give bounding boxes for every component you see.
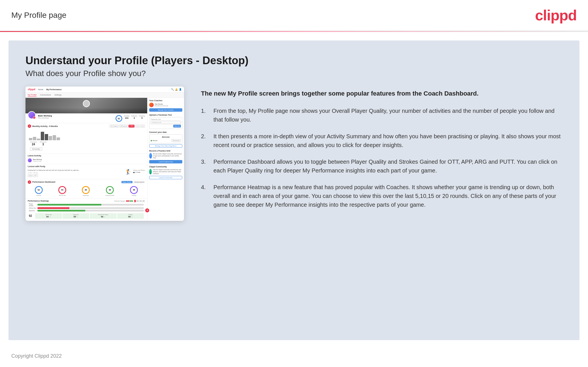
- mockup-hm-ott-value: 90 ▼: [36, 215, 61, 218]
- mockup-ring-app-label: Approach: [82, 195, 90, 196]
- logo: clippd: [535, 7, 577, 24]
- mockup-lesson-media: Videos and Photos 📷 1 Image: [133, 169, 145, 173]
- mockup-screenshot: clippd Home My Performance 🔍 🔔 👤 My Prof…: [25, 87, 184, 221]
- mockup-quality-ring: 92: [116, 115, 122, 122]
- sub-heading: What does your Profile show you?: [25, 69, 563, 78]
- list-item-4: 4. Performance Heatmap is a new feature …: [201, 183, 563, 209]
- mockup-ring-overall: 92 Overall: [35, 186, 43, 196]
- mockup-community-content: Visit the Clippd Community and discover …: [149, 169, 182, 175]
- mockup-connect-section: Connect your data Arccos Arccos Disconne…: [149, 131, 182, 148]
- mockup-community-section: Clippd Community Visit the Clippd Commun…: [149, 166, 182, 179]
- all-activities-label: All Activities: [30, 147, 42, 151]
- list-number-1: 1.: [201, 107, 209, 124]
- mockup-arccos-box: Arccos Arccos Disconnect: [149, 134, 182, 143]
- mockup-ring-overall-label: Overall: [35, 195, 43, 196]
- mockup-hm-app: Approach 85 ▼: [63, 213, 89, 219]
- mockup-connected-row: Arccos Disconnect: [151, 139, 181, 142]
- page-title: My Profile page: [11, 11, 67, 20]
- heatmap-label-ott: Off the Tee: [29, 207, 37, 209]
- mockup-round-10: 10: [136, 200, 139, 202]
- heatmap-bar-overall-container: [37, 204, 144, 206]
- mockup-course-stats: On Course 24 Off Course 3: [28, 140, 145, 147]
- mockup-sub-nav-settings: Settings: [54, 93, 61, 97]
- chart-bar-6: [49, 136, 52, 140]
- mockup-activity-description: Blair McHargCaptured app: [33, 159, 42, 162]
- mockup-ring-ott: 90 Off the Tee: [58, 186, 66, 196]
- mockup-hero: [25, 98, 147, 113]
- heatmap-bar-ott-neutral: [69, 207, 144, 209]
- mockup-coach-avatar: [149, 103, 154, 107]
- main-heading: Understand your Profile (Players - Deskt…: [25, 55, 563, 67]
- two-col-layout: clippd Home My Performance 🔍 🔔 👤 My Prof…: [25, 87, 563, 221]
- mockup-drill-text: Be one of the Clippd Community and track…: [153, 153, 182, 159]
- mockup-all-activities-btn: All Activities: [28, 147, 145, 151]
- mockup-nav-home: Home: [38, 88, 44, 90]
- mockup-connect-title: Connect your data: [149, 131, 182, 133]
- mockup-ring-putt-label: Putting: [130, 195, 138, 196]
- mockup-right-panel: Your Coaches Dan Davies Barnehurst Golf …: [147, 98, 184, 221]
- mockup-toggle-strokes-gained: Strokes gained: [133, 181, 145, 183]
- mockup-stat-followers: Followers 3: [131, 115, 137, 122]
- mockup-nav-my-performance: My Performance: [46, 88, 61, 90]
- mockup-latest-activity: Latest Activity Blair McHargCaptured app: [25, 153, 147, 164]
- main-content: Understand your Profile (Players - Deskt…: [8, 40, 580, 340]
- mockup-performance-section: 3 Performance Dashboard Player Quality S…: [25, 179, 147, 198]
- heatmap-bar-approach: Approach: [29, 210, 144, 211]
- mockup-hm-overall-value: 92: [29, 214, 35, 217]
- mockup-add-link-btn[interactable]: Add Link: [173, 125, 181, 128]
- mockup-rings-row: 92 Overall 90 Off the Tee 85 Approach: [28, 185, 145, 197]
- mockup-activity-section: 2 Monthly Activity - 6 Months On Course …: [25, 123, 147, 153]
- mockup-ring-overall-circle: 92: [35, 186, 43, 194]
- mockup-toggle-player-quality: Player Quality: [121, 181, 132, 183]
- mockup-drill-avatar: [149, 153, 152, 159]
- heatmap-label-approach: Approach: [29, 210, 37, 211]
- mockup-hm-arg: Around the Green 96 ▼: [90, 213, 117, 219]
- mockup-hm-putt-value: 96 ▼: [118, 215, 144, 218]
- mockup-chart: [28, 129, 145, 140]
- mockup-manage-integrations-btn[interactable]: Manage Your Data Integrations: [149, 144, 182, 148]
- heatmap-bar-ott: Off the Tee: [29, 207, 144, 209]
- mockup-trackman-label: Trackman Link: [151, 118, 181, 120]
- mockup-performance-header: 3 Performance Dashboard Player Quality S…: [28, 180, 145, 184]
- mockup-handicap: Plus Handicap: [38, 117, 113, 119]
- list-item-2: 2. It then presents a more in-depth view…: [201, 132, 563, 150]
- mockup-arccos-title: Arccos: [151, 136, 181, 138]
- chart-bar-4: [41, 132, 44, 140]
- mockup-performance-title: Performance Dashboard: [32, 181, 55, 183]
- mockup-hero-overlay: [25, 108, 147, 113]
- mockup-trackman-input[interactable]: Trackman Link: [151, 121, 181, 124]
- mockup-heatmap-badge: 4: [145, 208, 149, 212]
- chart-bar-1: [29, 138, 32, 140]
- mockup-activity-header: 2 Monthly Activity - 6 Months On Course …: [28, 124, 145, 128]
- mockup-nav-icons: 🔍 🔔 👤: [171, 88, 182, 91]
- right-col-intro: The new My Profile screen brings togethe…: [201, 89, 563, 98]
- mockup-manage-coaches-btn[interactable]: Manage Your Coaches: [149, 108, 182, 112]
- mockup-heatmap-header: Performance Heatmap 5 Round Change: [28, 200, 145, 202]
- heatmap-bar-approach-fill: [37, 210, 85, 211]
- mockup-hm-arg-value: 96 ▼: [90, 215, 116, 218]
- mockup-heatmap-numbers: 92 Off the Tee 90 ▼ Approach 85 ▼: [28, 212, 145, 220]
- mockup-drill-section: Record a Practice Drill Be one of the Cl…: [149, 150, 182, 163]
- top-bar: My Profile page clippd: [0, 0, 588, 31]
- heatmap-bar-overall-fill: [37, 204, 101, 206]
- mockup-round-15: 15: [139, 200, 142, 202]
- mockup-heatmap-section: Performance Heatmap 5 Round Change: [25, 198, 147, 221]
- mockup-disconnect-btn[interactable]: Disconnect: [172, 139, 181, 142]
- mockup-lesson-media-label: Videos and Photos: [133, 169, 145, 171]
- mockup-offcourse-btn: Off course: [119, 125, 128, 128]
- mockup-stat-followers-value: 3: [131, 117, 137, 119]
- mockup-ring-ott-circle: 90: [58, 186, 66, 194]
- mockup-launch-capture-btn[interactable]: Launch Capture App: [149, 160, 182, 163]
- heatmap-bar-overall-neutral: [101, 204, 144, 206]
- chart-bar-3: [37, 139, 40, 140]
- heatmap-label-overall: Player Quality: [29, 203, 37, 206]
- heatmap-bar-overall: Player Quality: [29, 203, 144, 206]
- bell-icon: 🔔: [175, 88, 178, 91]
- mockup-profile-info: Blair McHarg Plus Handicap: [38, 115, 113, 119]
- mockup-ring-putt-circle: 96: [130, 186, 138, 194]
- list-text-4: Performance Heatmap is a new feature tha…: [213, 183, 563, 209]
- mockup-nav: clippd Home My Performance 🔍 🔔 👤: [25, 87, 184, 92]
- mockup-coach-item: Dan Davies Barnehurst Golf Club: [149, 103, 182, 107]
- mockup-drill-content: Be one of the Clippd Community and track…: [149, 153, 182, 159]
- mockup-launch-community-btn[interactable]: Launch Community: [149, 176, 182, 179]
